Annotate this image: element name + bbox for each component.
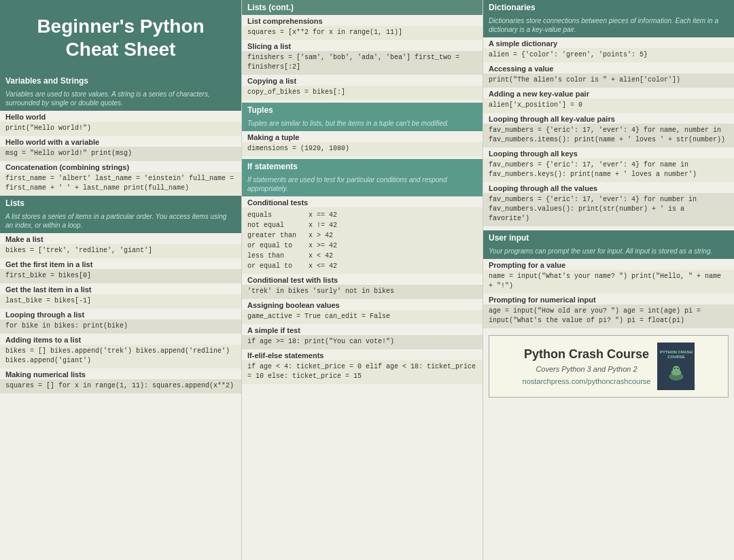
- book-info: Python Crash Course Covers Python 3 and …: [523, 347, 651, 385]
- cond-label-gte: or equal to: [247, 241, 309, 251]
- making-tuple-code: dimensions = (1920, 1080): [242, 142, 483, 156]
- cond-val-lte: x <= 42: [309, 261, 337, 271]
- making-tuple-label: Making a tuple: [242, 131, 483, 142]
- loop-kv-label: Looping through all key-value pairs: [483, 113, 734, 124]
- snake-icon: [666, 362, 686, 383]
- simple-if-label: A simple if test: [242, 324, 483, 335]
- make-list-label: Make a list: [0, 233, 241, 244]
- cond-val-gte: x >= 42: [309, 241, 337, 251]
- cond-row-equals: equals x == 42: [247, 210, 477, 220]
- book-cover: PYTHON CRASH COURSE: [657, 343, 695, 390]
- simple-dict-label: A simple dictionary: [483, 37, 734, 48]
- loop-keys-code: fav_numbers = {'eric': 17, 'ever': 4} fo…: [483, 158, 734, 182]
- simple-dict-code: alien = {'color': 'green', 'points': 5}: [483, 48, 734, 63]
- column-2: Lists (cont.) List comprehensions square…: [241, 0, 483, 560]
- make-list-code: bikes = ['trek', 'redline', 'giant']: [0, 244, 241, 258]
- column-3: Dictionaries Dictionaries store connecti…: [483, 0, 734, 560]
- concat-label: Concatenation (combining strings): [0, 161, 241, 172]
- hello-world-code: print("Hello world!"): [0, 122, 241, 136]
- lists-header: Lists: [0, 196, 241, 211]
- book-box: Python Crash Course Covers Python 3 and …: [489, 335, 729, 398]
- cond-row-gte: or equal to x >= 42: [247, 241, 477, 251]
- cond-label-gt: greater than: [247, 230, 309, 241]
- tuples-header: Tuples: [242, 103, 483, 118]
- list-comp-label: List comprehensions: [242, 15, 483, 26]
- loop-keys-label: Looping through all keys: [483, 147, 734, 158]
- add-items-label: Adding items to a list: [0, 334, 241, 345]
- loop-vals-label: Looping through all the values: [483, 182, 734, 193]
- cond-label-ne: not equal: [247, 220, 309, 230]
- copying-label: Copying a list: [242, 75, 483, 86]
- svg-point-3: [674, 368, 676, 369]
- dict-desc: Dictionaries store connections between p…: [483, 15, 734, 37]
- cond-lists-label: Conditional test with lists: [242, 274, 483, 285]
- num-lists-label: Making numerical lists: [0, 368, 241, 379]
- slicing-label: Slicing a list: [242, 40, 483, 51]
- if-desc: If statements are used to test for parti…: [242, 174, 483, 196]
- num-lists-code: squares = [] for x in range(1, 11): squa…: [0, 379, 241, 393]
- svg-point-4: [677, 368, 678, 369]
- column-1: Beginner's Python Cheat Sheet Variables …: [0, 0, 241, 560]
- lists-desc: A list stores a series of items in a par…: [0, 211, 241, 233]
- add-kv-code: alien['x_position'] = 0: [483, 99, 734, 113]
- last-item-code: last_bike = bikes[-1]: [0, 294, 241, 309]
- tuples-desc: Tuples are similar to lists, but the ite…: [242, 118, 483, 131]
- add-kv-label: Adding a new key-value pair: [483, 88, 734, 99]
- bool-label: Assigning boolean values: [242, 299, 483, 310]
- prompt-num-code: age = input("How old are you? ") age = i…: [483, 304, 734, 328]
- cond-tests-table: equals x == 42 not equal x != 42 greater…: [242, 207, 483, 274]
- loop-list-code: for bike in bikes: print(bike): [0, 319, 241, 334]
- simple-if-code: if age >= 18: print("You can vote!"): [242, 335, 483, 349]
- loop-list-label: Looping through a list: [0, 309, 241, 319]
- hello-var-label: Hello world with a variable: [0, 136, 241, 147]
- cond-label-lt: less than: [247, 251, 309, 261]
- add-items-code: bikes = [] bikes.append('trek') bikes.ap…: [0, 345, 241, 368]
- first-item-label: Get the first item in a list: [0, 258, 241, 269]
- cond-row-lt: less than x < 42: [247, 251, 477, 261]
- cond-lists-code: 'trek' in bikes 'surly' not in bikes: [242, 285, 483, 299]
- copying-code: copy_of_bikes = bikes[:]: [242, 86, 483, 100]
- if-header: If statements: [242, 159, 483, 174]
- lists-cont-header: Lists (cont.): [242, 0, 483, 15]
- prompt-num-label: Prompting for numerical input: [483, 294, 734, 304]
- page: Beginner's Python Cheat Sheet Variables …: [0, 0, 734, 560]
- loop-kv-code: fav_numbers = {'eric': 17, 'ever': 4} fo…: [483, 124, 734, 147]
- cond-label-lte: or equal to: [247, 261, 309, 271]
- elif-code: if age < 4: ticket_price = 0 elif age < …: [242, 360, 483, 384]
- variables-desc: Variables are used to store values. A st…: [0, 88, 241, 111]
- cond-tests-label: Conditional tests: [242, 196, 483, 207]
- hello-world-label: Hello world: [0, 111, 241, 122]
- title-area: Beginner's Python Cheat Sheet: [0, 0, 241, 73]
- prompt-val-code: name = input("What's your name? ") print…: [483, 270, 734, 294]
- book-title: Python Crash Course: [523, 347, 651, 362]
- last-item-label: Get the last item in a list: [0, 283, 241, 294]
- first-item-code: first_bike = bikes[0]: [0, 269, 241, 283]
- book-box-inner: Python Crash Course Covers Python 3 and …: [523, 343, 695, 390]
- bool-code: game_active = True can_edit = False: [242, 310, 483, 324]
- slicing-code: finishers = ['sam', 'bob', 'ada', 'bea']…: [242, 51, 483, 75]
- dict-header: Dictionaries: [483, 0, 734, 15]
- elif-label: If-elif-else statements: [242, 349, 483, 360]
- cond-val-gt: x > 42: [309, 230, 333, 241]
- hello-var-code: msg = "Hello world!" print(msg): [0, 147, 241, 161]
- cond-row-gt: greater than x > 42: [247, 230, 477, 241]
- cond-val-equals: x == 42: [309, 210, 337, 220]
- variables-header: Variables and Strings: [0, 73, 241, 88]
- access-val-label: Accessing a value: [483, 63, 734, 73]
- cond-val-lt: x < 42: [309, 251, 333, 261]
- user-input-header: User input: [483, 230, 734, 245]
- cond-row-ne: not equal x != 42: [247, 220, 477, 230]
- access-val-code: print("The alien's color is " + alien['c…: [483, 73, 734, 88]
- cond-label-equals: equals: [247, 210, 309, 220]
- book-url: nostarchpress.com/pythoncrashcourse: [523, 377, 651, 385]
- loop-vals-code: fav_numbers = {'eric': 17, 'ever': 4} fo…: [483, 193, 734, 226]
- user-input-desc: Your programs can prompt the user for in…: [483, 245, 734, 259]
- page-title: Beginner's Python Cheat Sheet: [11, 15, 230, 60]
- prompt-val-label: Prompting for a value: [483, 259, 734, 270]
- book-cover-title: PYTHON CRASH COURSE: [659, 350, 693, 360]
- list-comp-code: squares = [x**2 for x in range(1, 11)]: [242, 26, 483, 40]
- concat-code: first_name = 'albert' last_name = 'einst…: [0, 172, 241, 196]
- cond-val-ne: x != 42: [309, 220, 337, 230]
- book-subtitle: Covers Python 3 and Python 2: [523, 365, 651, 373]
- cond-row-lte: or equal to x <= 42: [247, 261, 477, 271]
